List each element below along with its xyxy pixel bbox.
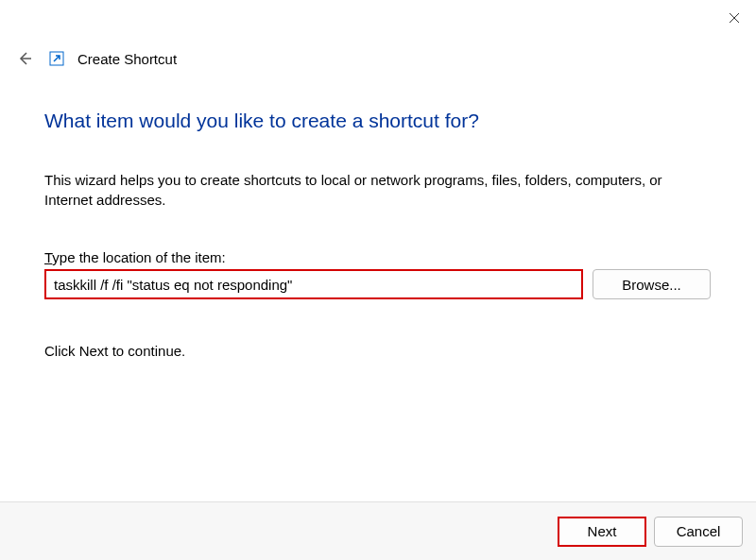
location-label: Type the location of the item: (44, 249, 712, 265)
next-button[interactable]: Next (558, 517, 646, 547)
footer: Next Cancel (0, 501, 756, 560)
content-area: What item would you like to create a sho… (44, 110, 712, 359)
window-title: Create Shortcut (77, 51, 177, 67)
back-button[interactable] (15, 49, 34, 68)
header: Create Shortcut (15, 49, 177, 68)
browse-button[interactable]: Browse... (593, 269, 711, 299)
cancel-button[interactable]: Cancel (654, 517, 743, 547)
back-arrow-icon (17, 51, 32, 66)
shortcut-icon (49, 51, 64, 66)
input-row: Browse... (44, 269, 712, 299)
next-button-label: Next (588, 523, 617, 539)
close-button[interactable] (726, 9, 743, 26)
description-text: This wizard helps you to create shortcut… (44, 170, 712, 210)
page-heading: What item would you like to create a sho… (44, 110, 712, 132)
location-input[interactable] (44, 269, 583, 299)
continue-text: Click Next to continue. (44, 343, 712, 359)
close-icon (729, 12, 740, 24)
